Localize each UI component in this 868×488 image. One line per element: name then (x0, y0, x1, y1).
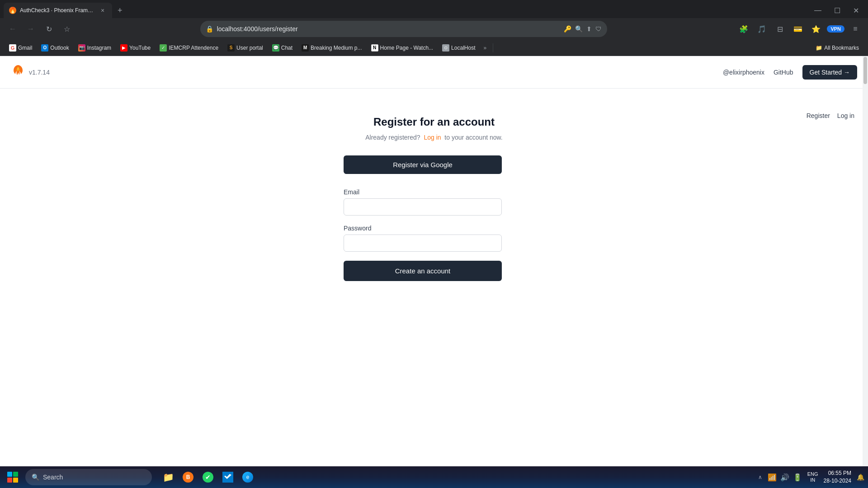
wifi-icon: 📶 (768, 473, 777, 482)
subtitle-post: to your account now. (444, 134, 502, 141)
bookmarks-divider (493, 43, 493, 52)
tab-close-button[interactable]: × (99, 6, 107, 14)
bookmark-notion[interactable]: N Home Page - Watch... (368, 42, 437, 53)
email-form-group: Email (344, 188, 502, 216)
search-icon: 🔍 (575, 25, 583, 33)
taskbar-search[interactable]: 🔍 Search (25, 469, 152, 485)
all-bookmarks-folder[interactable]: 📁 All Bookmarks (812, 43, 863, 53)
time-display: 06:55 PM (824, 469, 851, 477)
register-google-button[interactable]: Register via Google (344, 155, 502, 174)
elixirphoenix-link[interactable]: @elixirphoenix (723, 69, 764, 76)
password-input[interactable] (344, 235, 502, 252)
whatsapp-icon: ✔ (203, 472, 213, 483)
bookmarks-bar: G Gmail O Outlook 📷 Instagram ▶ YouTube … (0, 40, 868, 56)
page-content: Register Log in v1.7.14 @elixirphoenix G… (0, 56, 868, 470)
back-button[interactable]: ← (5, 22, 20, 36)
new-tab-button[interactable]: + (114, 4, 126, 17)
language-text: ENG (807, 471, 818, 477)
taskbar-brave[interactable]: B (179, 468, 197, 486)
folder-icon: 📁 (816, 45, 822, 51)
outlook-favicon: O (41, 44, 48, 52)
bookmark-iemcrp[interactable]: ✓ IEMCRP Attendence (156, 42, 222, 53)
bookmark-youtube[interactable]: ▶ YouTube (117, 42, 154, 53)
address-input[interactable] (217, 25, 560, 33)
address-bar-container[interactable]: 🔒 🔑 🔍 ⬆ 🛡 (200, 21, 607, 37)
bookmark-chat[interactable]: 💬 Chat (269, 42, 296, 53)
reload-button[interactable]: ↻ (42, 22, 56, 36)
notion-favicon: N (371, 44, 378, 52)
notion-label: Home Page - Watch... (380, 45, 434, 51)
bookmark-userportal[interactable]: S User portal (224, 42, 267, 53)
password-label: Password (344, 225, 502, 232)
bookmark-localhost[interactable]: ⊙ LocalHost (439, 42, 479, 53)
share-icon: ⬆ (586, 25, 592, 33)
tab-favicon: 🔥 (9, 7, 16, 14)
music-button[interactable]: 🎵 (755, 22, 769, 36)
taskbar-right: ∧ 📶 🔊 🔋 ENG IN 06:55 PM 28-10-2024 🔔 (758, 469, 864, 485)
file-explorer-icon: 📁 (163, 472, 174, 483)
battery-icon: 🔋 (793, 473, 802, 482)
rewards-button[interactable]: ⭐ (809, 22, 823, 36)
close-button[interactable]: ✕ (848, 5, 864, 17)
lock-icon: 🔒 (206, 25, 213, 33)
system-icons: 📶 🔊 🔋 (768, 473, 802, 482)
localhost-label: LocalHost (451, 45, 475, 51)
taskbar-search-icon: 🔍 (32, 474, 39, 481)
iemcrp-label: IEMCRP Attendence (169, 45, 218, 51)
medium-label: Breaking Medium p... (311, 45, 362, 51)
vscode-icon (222, 472, 233, 483)
active-tab[interactable]: 🔥 AuthCheck3 · Phoenix Framew... × (4, 3, 112, 18)
userportal-favicon: S (227, 44, 235, 52)
forward-button[interactable]: → (24, 22, 38, 36)
nav-bar: ← → ↻ ☆ 🔒 🔑 🔍 ⬆ 🛡 🧩 🎵 ⊟ 💳 ⭐ VPN ≡ (0, 18, 868, 40)
bookmark-gmail[interactable]: G Gmail (5, 42, 36, 53)
scrollbar-thumb[interactable] (863, 57, 867, 84)
menu-button[interactable]: ≡ (848, 22, 863, 36)
register-top-link[interactable]: Register (807, 112, 830, 119)
instagram-label: Instagram (87, 45, 111, 51)
medium-favicon: M (302, 44, 309, 52)
wallet-button[interactable]: 💳 (791, 22, 805, 36)
region-text: IN (807, 477, 818, 483)
phoenix-header: v1.7.14 @elixirphoenix GitHub Get Starte… (0, 56, 868, 89)
scrollbar[interactable] (863, 56, 868, 470)
github-link[interactable]: GitHub (774, 69, 793, 76)
all-bookmarks-label: All Bookmarks (824, 45, 859, 51)
iemcrp-favicon: ✓ (160, 44, 167, 52)
chat-favicon: 💬 (272, 44, 279, 52)
key-icon: 🔑 (564, 25, 571, 33)
subtitle-pre: Already registered? (365, 134, 420, 141)
email-input[interactable] (344, 198, 502, 216)
taskbar-edge[interactable]: e (239, 468, 257, 486)
taskbar-whatsapp[interactable]: ✔ (199, 468, 217, 486)
youtube-label: YouTube (129, 45, 151, 51)
taskbar-search-text: Search (43, 474, 63, 481)
split-view-button[interactable]: ⊟ (773, 22, 787, 36)
extensions-button[interactable]: 🧩 (736, 22, 751, 36)
login-top-link[interactable]: Log in (837, 112, 854, 119)
maximize-button[interactable]: ☐ (829, 5, 846, 17)
get-started-button[interactable]: Get Started → (802, 65, 857, 80)
login-link[interactable]: Log in (424, 134, 441, 141)
brave-icon: B (183, 472, 193, 483)
date-display: 28-10-2024 (824, 477, 851, 485)
bookmark-instagram[interactable]: 📷 Instagram (75, 42, 115, 53)
taskbar-vscode[interactable] (219, 468, 237, 486)
minimize-button[interactable]: — (809, 5, 827, 17)
create-account-button[interactable]: Create an account (344, 261, 502, 281)
top-right-nav: Register Log in (807, 112, 854, 119)
bookmark-medium[interactable]: M Breaking Medium p... (298, 42, 365, 53)
subtitle: Already registered? Log in to your accou… (365, 134, 503, 141)
phoenix-version: v1.7.14 (29, 69, 50, 76)
vpn-badge[interactable]: VPN (827, 25, 844, 33)
brave-shield-icon: 🛡 (595, 25, 602, 33)
system-tray-expand[interactable]: ∧ (758, 474, 762, 480)
gmail-favicon: G (9, 44, 16, 52)
windows-start-button[interactable] (4, 468, 22, 486)
bookmark-outlook[interactable]: O Outlook (38, 42, 72, 53)
notification-icon[interactable]: 🔔 (857, 474, 864, 481)
window-controls: — ☐ ✕ (809, 5, 864, 17)
more-bookmarks-button[interactable]: » (481, 43, 489, 53)
taskbar-file-explorer[interactable]: 📁 (159, 468, 177, 486)
bookmark-button[interactable]: ☆ (60, 22, 74, 36)
